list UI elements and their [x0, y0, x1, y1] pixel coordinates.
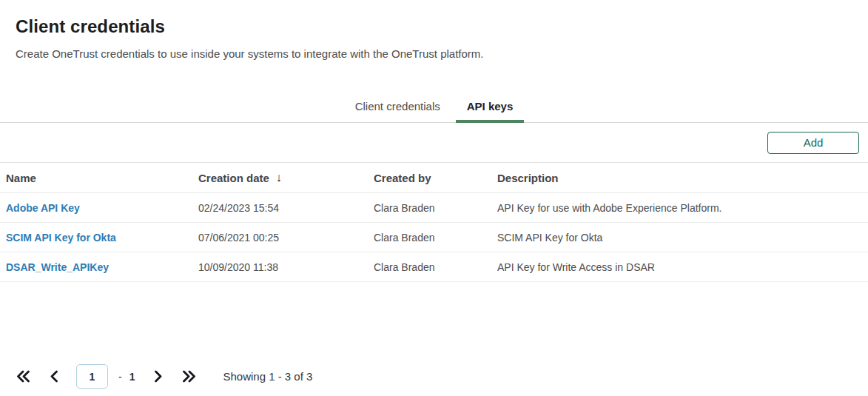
table-row: SCIM API Key for Okta 07/06/2021 00:25 C… [0, 223, 868, 252]
column-header-created-by[interactable]: Created by [374, 172, 497, 184]
column-header-description[interactable]: Description [497, 172, 868, 184]
api-key-name-link[interactable]: DSAR_Write_APIKey [6, 261, 109, 273]
page-separator: - [118, 371, 122, 383]
table-row: DSAR_Write_APIKey 10/09/2020 11:38 Clara… [0, 252, 868, 282]
table-row: Adobe API Key 02/24/2023 15:54 Clara Bra… [0, 193, 868, 223]
toolbar: Add [0, 123, 868, 163]
created-by-cell: Clara Braden [374, 261, 497, 273]
created-by-cell: Clara Braden [374, 202, 497, 214]
first-page-button[interactable] [13, 367, 33, 386]
api-keys-table: Name Creation date ↓ Created by Descript… [0, 163, 868, 282]
page-title: Client credentials [16, 16, 850, 37]
description-cell: SCIM API Key for Okta [497, 232, 868, 244]
tabs-bar: Client credentials API keys [0, 94, 868, 123]
previous-page-button[interactable] [47, 367, 61, 386]
description-cell: API Key for use with Adobe Experience Pl… [497, 202, 868, 214]
creation-date-cell: 07/06/2021 00:25 [198, 232, 374, 244]
column-header-name[interactable]: Name [6, 172, 198, 184]
page-header: Client credentials Create OneTrust crede… [0, 0, 868, 60]
double-chevron-right-icon [182, 370, 196, 383]
next-page-button[interactable] [151, 367, 166, 386]
description-cell: API Key for Write Access in DSAR [497, 261, 868, 273]
chevron-left-icon [50, 370, 58, 383]
creation-date-cell: 10/09/2020 11:38 [198, 261, 374, 273]
table-header-row: Name Creation date ↓ Created by Descript… [0, 163, 868, 193]
last-page-button[interactable] [179, 367, 199, 386]
api-key-name-link[interactable]: Adobe API Key [6, 202, 80, 214]
column-header-creation-date[interactable]: Creation date ↓ [198, 171, 374, 184]
page-subtitle: Create OneTrust credentials to use insid… [16, 47, 850, 60]
double-chevron-left-icon [16, 370, 30, 383]
current-page-input[interactable] [76, 364, 108, 389]
pagination: - 1 Showing 1 - 3 of 3 [13, 364, 312, 389]
client-credentials-page: Client credentials Create OneTrust crede… [0, 0, 868, 396]
tab-client-credentials[interactable]: Client credentials [344, 94, 451, 123]
tab-api-keys[interactable]: API keys [456, 94, 525, 123]
sort-descending-icon[interactable]: ↓ [276, 171, 282, 184]
total-pages: 1 [129, 371, 135, 383]
add-button[interactable]: Add [767, 132, 859, 154]
chevron-right-icon [154, 370, 163, 383]
api-key-name-link[interactable]: SCIM API Key for Okta [6, 232, 116, 244]
pagination-summary: Showing 1 - 3 of 3 [223, 370, 312, 383]
column-header-creation-date-label: Creation date [198, 172, 269, 184]
created-by-cell: Clara Braden [374, 232, 497, 244]
creation-date-cell: 02/24/2023 15:54 [198, 202, 374, 214]
